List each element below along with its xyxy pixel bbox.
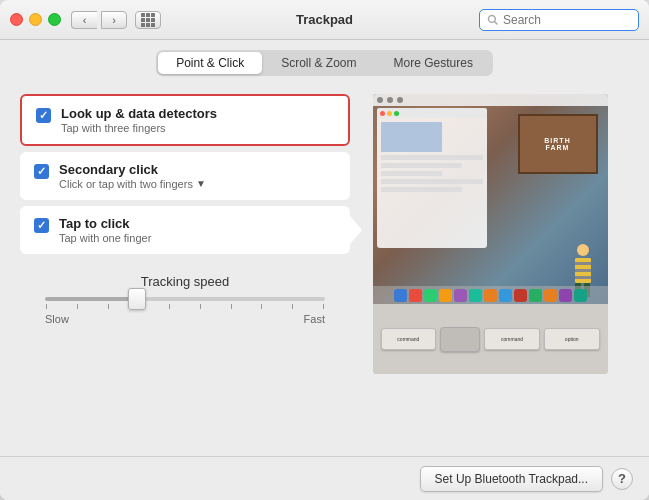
svg-line-1 — [495, 21, 498, 24]
option-tap-to-click: ✓ Tap to click Tap with one finger — [20, 206, 350, 254]
tick-2 — [77, 304, 78, 309]
forward-button[interactable]: › — [101, 11, 127, 29]
left-panel: ✓ Look up & data detectors Tap with thre… — [20, 94, 350, 446]
tick-7 — [231, 304, 232, 309]
tab-point-click[interactable]: Point & Click — [158, 52, 262, 74]
maximize-button[interactable] — [48, 13, 61, 26]
option-title-secondary-click: Secondary click — [59, 162, 206, 177]
option-lookup: ✓ Look up & data detectors Tap with thre… — [20, 94, 350, 146]
checkbox-lookup[interactable]: ✓ — [36, 108, 51, 123]
checkmark-tap-to-click: ✓ — [37, 220, 46, 231]
sim-row-1 — [381, 155, 483, 160]
option-text-tap-to-click: Tap to click Tap with one finger — [59, 216, 151, 244]
dock-icon-12 — [559, 289, 572, 302]
sim-close-dot — [380, 111, 385, 116]
sim-row-3 — [381, 171, 442, 176]
menubar-dot-1 — [377, 97, 383, 103]
close-button[interactable] — [10, 13, 23, 26]
checkmark-lookup: ✓ — [39, 110, 48, 121]
keyboard-key-option: option — [544, 328, 600, 350]
sim-row-5 — [381, 187, 463, 192]
option-subtitle-secondary-click: Click or tap with two fingers — [59, 178, 193, 190]
window-title: Trackpad — [296, 12, 353, 27]
search-box[interactable] — [479, 9, 639, 31]
option-subtitle-tap-to-click: Tap with one finger — [59, 232, 151, 244]
dock-icon-9 — [514, 289, 527, 302]
tick-5 — [169, 304, 170, 309]
sim-window-content — [377, 118, 487, 196]
help-button[interactable]: ? — [611, 468, 633, 490]
titlebar: ‹ › Trackpad — [0, 0, 649, 40]
option-text-secondary-click: Secondary click Click or tap with two fi… — [59, 162, 206, 190]
dock-icon-8 — [499, 289, 512, 302]
dock-icon-13 — [574, 289, 587, 302]
tracking-section: Tracking speed — [20, 274, 350, 325]
dock-icon-6 — [469, 289, 482, 302]
search-input[interactable] — [503, 13, 631, 27]
person-stripe — [575, 258, 591, 283]
option-title-lookup: Look up & data detectors — [61, 106, 217, 121]
person-body — [575, 258, 591, 283]
option-subtitle-lookup: Tap with three fingers — [61, 122, 217, 134]
slider-container: Slow Fast — [45, 297, 325, 325]
tabs-bar: Point & Click Scroll & Zoom More Gesture… — [0, 40, 649, 84]
slider-label-slow: Slow — [45, 313, 69, 325]
dock-icon-4 — [439, 289, 452, 302]
bottom-bar: Set Up Bluetooth Trackpad... ? — [0, 456, 649, 500]
dock-icon-3 — [424, 289, 437, 302]
tracking-label: Tracking speed — [141, 274, 229, 289]
dock-icon-2 — [409, 289, 422, 302]
sim-image — [381, 122, 442, 152]
checkmark-secondary-click: ✓ — [37, 166, 46, 177]
bluetooth-trackpad-button[interactable]: Set Up Bluetooth Trackpad... — [420, 466, 603, 492]
slider-thumb[interactable] — [128, 288, 146, 310]
keyboard-key-command-left: command — [381, 328, 437, 350]
back-button[interactable]: ‹ — [71, 11, 97, 29]
tick-3 — [108, 304, 109, 309]
sim-titlebar — [377, 108, 487, 118]
content-area: ✓ Look up & data detectors Tap with thre… — [0, 84, 649, 456]
dock-icon-10 — [529, 289, 542, 302]
nav-buttons: ‹ › — [71, 11, 127, 29]
sim-dock — [373, 286, 608, 304]
option-title-tap-to-click: Tap to click — [59, 216, 151, 231]
grid-icon — [141, 13, 155, 27]
tick-6 — [200, 304, 201, 309]
dock-icon-1 — [394, 289, 407, 302]
keyboard-key-command-right: command — [484, 328, 540, 350]
trackpad-preview: BIRTHFARM — [373, 94, 608, 374]
desktop-simulation: BIRTHFARM — [373, 94, 608, 304]
traffic-lights — [10, 13, 61, 26]
sim-max-dot — [394, 111, 399, 116]
tick-marks — [45, 304, 325, 309]
tick-1 — [46, 304, 47, 309]
farm-sign: BIRTHFARM — [518, 114, 598, 174]
person-head — [577, 244, 589, 256]
slider-labels: Slow Fast — [45, 313, 325, 325]
dock-icon-7 — [484, 289, 497, 302]
slider-label-fast: Fast — [304, 313, 325, 325]
tab-scroll-zoom[interactable]: Scroll & Zoom — [263, 52, 374, 74]
menubar-dot-2 — [387, 97, 393, 103]
checkbox-secondary-click[interactable]: ✓ — [34, 164, 49, 179]
checkbox-tap-to-click[interactable]: ✓ — [34, 218, 49, 233]
dock-icon-11 — [544, 289, 557, 302]
trackpad-pad — [440, 327, 480, 352]
minimize-button[interactable] — [29, 13, 42, 26]
right-panel: BIRTHFARM — [370, 94, 610, 446]
search-icon — [487, 14, 499, 26]
dropdown-arrow-secondary-click[interactable]: ▼ — [196, 178, 206, 189]
slider-track — [45, 297, 325, 301]
menubar-dot-3 — [397, 97, 403, 103]
sim-row-4 — [381, 179, 483, 184]
option-secondary-click: ✓ Secondary click Click or tap with two … — [20, 152, 350, 200]
desktop-menubar — [373, 94, 608, 106]
tab-more-gestures[interactable]: More Gestures — [376, 52, 491, 74]
main-window: ‹ › Trackpad Point & Click Scroll & Zoom… — [0, 0, 649, 500]
sim-min-dot — [387, 111, 392, 116]
desktop-window-sim — [377, 108, 487, 248]
tabs-container: Point & Click Scroll & Zoom More Gesture… — [156, 50, 493, 76]
sim-row-2 — [381, 163, 463, 168]
grid-button[interactable] — [135, 11, 161, 29]
keyboard-area: command command option — [373, 304, 608, 374]
